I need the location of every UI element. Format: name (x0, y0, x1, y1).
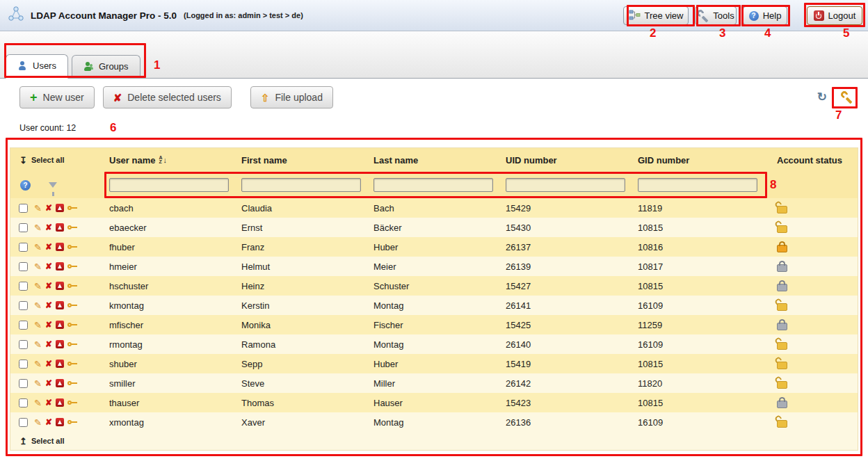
username-cell[interactable]: shuber (108, 359, 240, 369)
username-cell[interactable]: thauser (108, 398, 240, 408)
header-first-name[interactable]: First name (240, 155, 372, 166)
edit-icon[interactable]: ✎ (34, 282, 42, 291)
delete-icon[interactable]: ✘ (45, 418, 52, 426)
password-icon[interactable] (67, 205, 78, 211)
account-status-icon[interactable] (777, 362, 787, 369)
select-all-up-icon[interactable]: ↥ (19, 437, 27, 446)
pdf-icon[interactable] (56, 340, 64, 348)
header-username[interactable]: User name AZ ↓ (108, 155, 240, 166)
help-button[interactable]: ? Help (743, 6, 787, 25)
header-uid-number[interactable]: UID number (504, 155, 636, 166)
row-select-checkbox[interactable] (19, 301, 28, 310)
edit-icon[interactable]: ✎ (34, 204, 42, 213)
password-icon[interactable] (67, 283, 78, 289)
account-status-icon[interactable] (777, 206, 787, 213)
filter-last-name-input[interactable] (373, 178, 493, 192)
password-icon[interactable] (67, 302, 78, 309)
edit-icon[interactable]: ✎ (34, 301, 42, 310)
edit-icon[interactable]: ✎ (34, 398, 42, 408)
tools-button[interactable]: Tools (695, 6, 737, 25)
username-cell[interactable]: mfischer (108, 320, 240, 330)
pdf-icon[interactable] (56, 301, 64, 309)
account-status-icon[interactable] (777, 323, 787, 330)
password-icon[interactable] (67, 380, 78, 387)
password-icon[interactable] (67, 322, 78, 328)
username-cell[interactable]: smiller (108, 378, 240, 389)
refresh-icon[interactable]: ↻ (817, 91, 827, 103)
file-upload-button[interactable]: ⇧ File upload (250, 86, 333, 108)
select-all-top[interactable]: ↧ Select all (10, 156, 108, 165)
password-icon[interactable] (67, 244, 78, 250)
filter-first-name-input[interactable] (241, 178, 361, 192)
pdf-icon[interactable] (56, 398, 64, 407)
delete-icon[interactable]: ✘ (45, 243, 52, 251)
delete-icon[interactable]: ✘ (45, 204, 52, 212)
row-select-checkbox[interactable] (19, 262, 28, 271)
pdf-icon[interactable] (56, 223, 64, 232)
edit-icon[interactable]: ✎ (34, 418, 42, 427)
new-user-button[interactable]: + New user (19, 86, 95, 108)
delete-icon[interactable]: ✘ (45, 379, 52, 387)
row-select-checkbox[interactable] (19, 243, 28, 252)
filter-gid-input[interactable] (638, 178, 757, 192)
edit-icon[interactable]: ✎ (34, 223, 42, 232)
header-gid-number[interactable]: GID number (636, 155, 769, 166)
pdf-icon[interactable] (56, 360, 64, 368)
account-status-icon[interactable] (777, 245, 787, 252)
delete-icon[interactable]: ✘ (45, 340, 52, 348)
delete-icon[interactable]: ✘ (45, 321, 52, 329)
password-icon[interactable] (67, 341, 78, 348)
filter-uid-input[interactable] (506, 178, 625, 192)
edit-icon[interactable]: ✎ (34, 321, 42, 330)
pdf-icon[interactable] (56, 282, 64, 290)
password-icon[interactable] (67, 225, 78, 231)
logout-button[interactable]: Logout (807, 6, 862, 25)
tab-groups[interactable]: Groups (72, 55, 140, 78)
pdf-icon[interactable] (56, 379, 64, 387)
account-status-icon[interactable] (777, 284, 787, 291)
row-select-checkbox[interactable] (19, 360, 28, 369)
edit-icon[interactable]: ✎ (34, 262, 42, 271)
account-status-icon[interactable] (777, 381, 787, 389)
username-cell[interactable]: rmontag (108, 339, 240, 350)
select-all-down-icon[interactable]: ↧ (19, 156, 27, 165)
password-icon[interactable] (67, 400, 78, 406)
delete-icon[interactable]: ✘ (45, 223, 52, 232)
edit-icon[interactable]: ✎ (34, 243, 42, 252)
pdf-icon[interactable] (56, 243, 64, 251)
account-status-icon[interactable] (777, 420, 787, 428)
username-cell[interactable]: cbach (108, 203, 240, 213)
username-cell[interactable]: kmontag (108, 300, 240, 311)
account-status-icon[interactable] (777, 342, 787, 350)
password-icon[interactable] (67, 361, 78, 367)
delete-icon[interactable]: ✘ (45, 262, 52, 271)
pdf-icon[interactable] (56, 418, 64, 426)
select-all-bottom[interactable]: ↥ Select all (10, 432, 858, 450)
edit-icon[interactable]: ✎ (34, 379, 42, 388)
edit-icon[interactable]: ✎ (34, 340, 42, 349)
pdf-icon[interactable] (56, 321, 64, 329)
delete-icon[interactable]: ✘ (45, 282, 52, 290)
username-cell[interactable]: hmeier (108, 261, 240, 272)
settings-wrench-icon[interactable] (841, 91, 853, 103)
row-select-checkbox[interactable] (19, 418, 28, 427)
delete-icon[interactable]: ✘ (45, 360, 52, 368)
password-icon[interactable] (67, 419, 78, 426)
filter-funnel-icon[interactable] (49, 182, 57, 188)
pdf-icon[interactable] (56, 262, 64, 271)
row-select-checkbox[interactable] (19, 340, 28, 349)
account-status-icon[interactable] (777, 225, 787, 233)
delete-icon[interactable]: ✘ (45, 301, 52, 309)
edit-icon[interactable]: ✎ (34, 360, 42, 369)
password-icon[interactable] (67, 264, 78, 270)
filter-username-input[interactable] (109, 178, 229, 192)
header-last-name[interactable]: Last name (372, 155, 504, 166)
account-status-icon[interactable] (777, 303, 787, 311)
username-cell[interactable]: hschuster (108, 281, 240, 291)
account-status-icon[interactable] (777, 264, 787, 272)
tree-view-button[interactable]: Tree view (623, 6, 689, 25)
row-select-checkbox[interactable] (19, 282, 28, 291)
account-status-icon[interactable] (777, 401, 787, 408)
username-cell[interactable]: fhuber (108, 242, 240, 252)
row-select-checkbox[interactable] (19, 204, 28, 213)
